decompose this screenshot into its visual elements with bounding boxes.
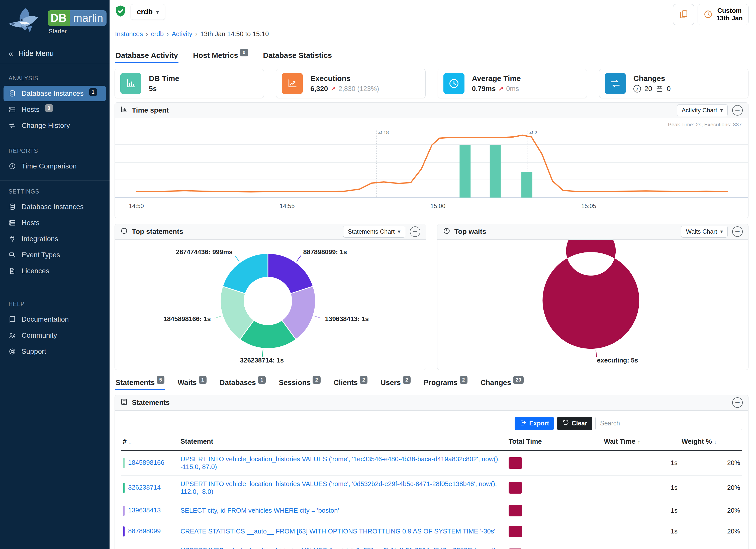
kpi-row: DB Time 5s Executions 6,320 ↗ [115, 69, 748, 98]
weight-value: 20% [680, 475, 742, 500]
activity-chart-dropdown[interactable]: Activity Chart ▾ [677, 104, 728, 116]
swap-icon [9, 122, 17, 129]
count-badge: 2 [360, 376, 367, 384]
breadcrumb-instances[interactable]: Instances [115, 30, 143, 38]
instance-selector[interactable]: crdb ▾ [131, 4, 165, 20]
top-waits-donut[interactable]: executing: 5s [437, 240, 748, 369]
kpi-db-time: DB Time 5s [115, 69, 264, 98]
tab-waits[interactable]: Waits1 [177, 377, 207, 391]
collapse-panel-button[interactable]: – [410, 226, 420, 237]
kpi-delta: 2,830 (123%) [338, 85, 379, 93]
sidebar-section-label: SETTINGS [0, 185, 110, 199]
col-header-weight[interactable]: Weight %↓ [680, 435, 742, 450]
statement-text-link[interactable]: UPSERT INTO vehicle_location_histories V… [180, 546, 498, 549]
sidebar-item-label: Documentation [22, 315, 69, 323]
tab-statements[interactable]: Statements5 [115, 377, 165, 391]
waits-chart-dropdown[interactable]: Waits Chart ▾ [681, 226, 728, 238]
sidebar-item-time-comparison[interactable]: Time Comparison [4, 158, 106, 174]
panel-title: Time spent [132, 106, 169, 114]
statement-id-link[interactable]: 1845898166 [128, 459, 164, 466]
list-icon [120, 398, 128, 407]
hide-menu-button[interactable]: « Hide Menu [0, 43, 110, 64]
sidebar-item-database-instances[interactable]: Database Instances1 [4, 86, 106, 101]
collapse-panel-button[interactable]: – [732, 397, 743, 408]
col-header-statement[interactable]: Statement [178, 435, 507, 450]
copy-link-button[interactable] [673, 4, 694, 25]
top-statements-panel: Top statements Statements Chart ▾ – 8878… [115, 224, 426, 370]
time-spent-chart[interactable]: ⇄ 18⇄ 214:5014:5515:0015:05 [115, 118, 748, 218]
brand-marlin: marlin [70, 10, 107, 26]
collapse-panel-button[interactable]: – [732, 226, 743, 237]
weight-value: 20% [680, 500, 742, 521]
sidebar-item-hosts[interactable]: Hosts [4, 215, 106, 231]
panel-title: Statements [132, 399, 170, 407]
statements-chart-dropdown[interactable]: Statements Chart ▾ [343, 226, 405, 238]
info-icon[interactable]: i [633, 85, 641, 93]
search-input[interactable] [595, 417, 742, 430]
sidebar-item-label: Database Instances [22, 203, 84, 211]
tab-users[interactable]: Users2 [380, 377, 411, 391]
sidebar-item-integrations[interactable]: Integrations [4, 231, 106, 247]
breadcrumb-activity[interactable]: Activity [172, 30, 192, 38]
sort-icon: ↑ [637, 439, 640, 445]
count-badge: 5 [157, 376, 164, 384]
wait-time-value: 1s [602, 500, 680, 521]
statements-panel: Statements – Export [115, 395, 748, 549]
breadcrumb-instance[interactable]: crdb [151, 30, 164, 38]
export-button[interactable]: Export [515, 417, 554, 430]
main-area: crdb ▾ [110, 0, 756, 549]
time-range-button[interactable]: Custom 13th Jan [698, 4, 749, 25]
kpi-title: Average Time [472, 74, 521, 83]
sidebar-item-label: Community [22, 331, 57, 339]
top-statements-donut[interactable]: 887898099: 1s139638413: 1s326238714: 1s1… [115, 240, 426, 370]
sidebar-item-database-instances[interactable]: Database Instances [4, 199, 106, 215]
sidebar-item-label: Hosts [22, 106, 40, 114]
tab-clients[interactable]: Clients2 [333, 377, 368, 391]
donut-slice-label: 1845898166: 1s [163, 315, 211, 322]
statement-id-link[interactable]: 887898099 [128, 527, 161, 535]
table-row: 887898099CREATE STATISTICS __auto__ FROM… [121, 521, 742, 542]
statement-text-link[interactable]: SELECT city, id FROM vehicles WHERE city… [180, 507, 339, 514]
breadcrumb-separator: › [146, 31, 148, 38]
sidebar-item-documentation[interactable]: Documentation [4, 312, 106, 327]
tab-changes[interactable]: Changes20 [480, 377, 524, 391]
statement-id-link[interactable]: 326238714 [128, 484, 161, 491]
sidebar-item-hosts[interactable]: Hosts0 [4, 102, 106, 117]
event-icon [9, 251, 17, 259]
brand-logo[interactable]: DBmarlin Starter [0, 0, 110, 43]
clear-button[interactable]: Clear [557, 417, 592, 430]
tab-host-metrics[interactable]: Host Metrics0 [193, 49, 248, 65]
bar-chart-icon [120, 106, 128, 115]
swap-arrows-icon [605, 73, 626, 94]
statement-color-swatch [123, 483, 125, 493]
sidebar-item-event-types[interactable]: Event Types [4, 247, 106, 263]
count-badge: 0 [240, 49, 248, 56]
statement-text-link[interactable]: UPSERT INTO vehicle_location_histories V… [180, 480, 497, 495]
collapse-panel-button[interactable]: – [732, 105, 743, 116]
wait-time-value: 1s [602, 521, 680, 542]
tab-database-activity[interactable]: Database Activity [115, 49, 178, 65]
statement-text-link[interactable]: CREATE STATISTICS __auto__ FROM [63] WIT… [180, 527, 495, 535]
sidebar-item-label: Hosts [22, 219, 40, 227]
sidebar-item-licences[interactable]: Licences [4, 263, 106, 279]
statement-text-link[interactable]: UPSERT INTO vehicle_location_histories V… [180, 455, 500, 471]
tab-database-statistics[interactable]: Database Statistics [262, 49, 332, 65]
sidebar-item-change-history[interactable]: Change History [4, 118, 106, 133]
table-row: 1845898166UPSERT INTO vehicle_location_h… [121, 450, 742, 475]
tab-sessions[interactable]: Sessions2 [278, 377, 321, 391]
sidebar-item-label: Change History [22, 122, 70, 130]
bar-chart-icon [120, 73, 141, 94]
tab-label: Database Statistics [263, 51, 332, 60]
tab-label: Host Metrics [193, 51, 238, 60]
col-header-total-time[interactable]: Total Time [507, 435, 602, 450]
sidebar-item-community[interactable]: Community [4, 328, 106, 343]
tab-databases[interactable]: Databases1 [219, 377, 266, 391]
statement-color-swatch [123, 526, 125, 536]
tab-programs[interactable]: Programs2 [423, 377, 468, 391]
sidebar-item-support[interactable]: Support [4, 344, 106, 359]
col-header-wait-time[interactable]: Wait Time↑ [602, 435, 680, 450]
kpi-value: 0.79ms [472, 85, 496, 93]
sidebar-item-label: Licences [22, 267, 49, 275]
col-header-id[interactable]: #↓ [121, 435, 178, 450]
statement-id-link[interactable]: 139638413 [128, 506, 161, 514]
